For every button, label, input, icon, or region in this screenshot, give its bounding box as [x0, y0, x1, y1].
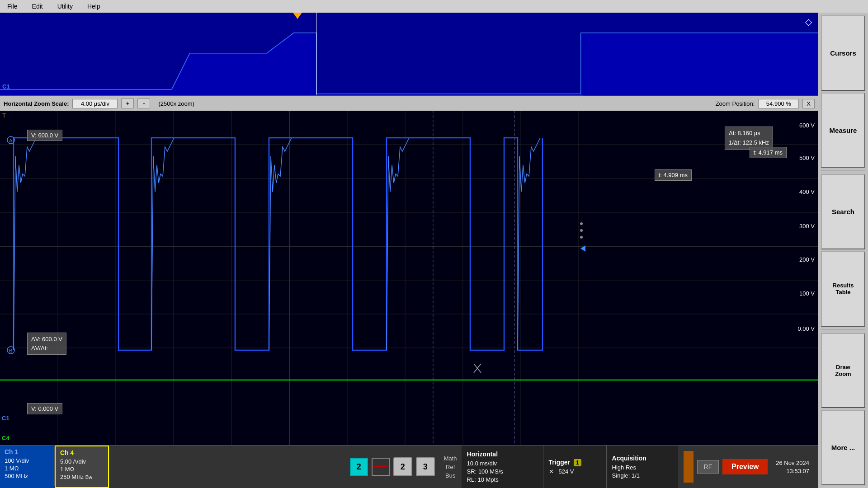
color-bar	[684, 451, 693, 483]
preview-button[interactable]: Preview	[722, 459, 768, 474]
overview-area: ◇ C1	[0, 13, 818, 96]
svg-rect-4	[0, 111, 818, 445]
trigger-symbol-level: ✕ 524 V	[549, 468, 601, 475]
measure-button[interactable]: Measure	[821, 93, 865, 168]
ch1-status: Ch 1 100 V/div 1 MΩ 500 MHz	[0, 446, 54, 488]
num-btn-2[interactable]: 2	[393, 457, 412, 476]
waveform-grid: A B ⊤	[0, 111, 818, 445]
ch4-status: Ch 4 5.00 A/div 1 MΩ 250 MHz Bw	[55, 446, 109, 488]
menu-bar: File Edit Utility Help	[0, 0, 868, 13]
v-scale-400: 400 V	[799, 188, 815, 195]
waveform-area: A B ⊤ V: 600.0 V Δt: 8.16	[0, 111, 818, 445]
datetime-box: 26 Nov 2024 13:53:07	[771, 460, 814, 474]
ch4-waveform-label: C4	[2, 435, 9, 441]
svg-point-36	[580, 236, 583, 239]
menu-help[interactable]: Help	[85, 2, 103, 11]
trigger-number: 1	[574, 459, 581, 466]
rf-button[interactable]: RF	[697, 460, 719, 474]
rf-preview-area: RF Preview 26 Nov 2024 13:53:07	[679, 446, 818, 488]
rp-divider-1	[821, 170, 865, 171]
num-btn-3[interactable]: 3	[416, 457, 435, 476]
svg-text:A: A	[9, 138, 13, 143]
right-panel: Cursors Measure Search ResultsTable Draw…	[818, 13, 868, 488]
channel-3-indicator	[372, 458, 390, 476]
search-button[interactable]: Search	[821, 174, 865, 249]
zoom-scale-label: Horizontal Zoom Scale:	[4, 100, 69, 107]
ch1-name: Ch 1	[5, 448, 50, 455]
ch1-overview-label: C1	[2, 83, 10, 90]
status-spacer	[109, 446, 345, 488]
v-scale-500: 500 V	[799, 155, 815, 161]
v-scale-200: 200 V	[799, 256, 815, 263]
horizontal-status: Horizontal 10.0 ms/div SR: 100 MS/s RL: …	[462, 446, 543, 488]
trigger-status: Trigger 1 ✕ 524 V	[543, 446, 606, 488]
acquisition-title: Acquisition	[612, 455, 673, 462]
acquisition-mode: High Res	[612, 464, 673, 471]
horizontal-rl: RL: 10 Mpts	[467, 476, 538, 483]
menu-file[interactable]: File	[5, 2, 20, 11]
math-ref-bus-area: Math Ref Bus	[439, 446, 462, 488]
zoom-info-text: (2500x zoom)	[158, 100, 194, 107]
ch1-waveform-label: C1	[2, 415, 9, 422]
voltage-top-label: V: 600.0 V	[27, 130, 62, 141]
ch1-bandwidth: 500 MHz	[5, 473, 50, 479]
zoom-close-btn[interactable]: X	[802, 99, 815, 108]
svg-point-34	[580, 222, 583, 225]
zoom-position-label: Zoom Position:	[716, 100, 755, 107]
ch4-bandwidth: 250 MHz Bw	[60, 474, 104, 480]
trigger-marker-overview	[293, 13, 302, 19]
horizontal-timebase: 10.0 ms/div	[467, 460, 538, 467]
horizontal-sr: SR: 100 MS/s	[467, 468, 538, 475]
menu-utility[interactable]: Utility	[55, 2, 75, 11]
cursor-t1-box: t: 4.917 ms	[750, 147, 787, 158]
svg-point-35	[580, 229, 583, 232]
date-display: 26 Nov 2024	[776, 460, 809, 466]
voltage-bottom-label: V: 0.000 V	[27, 403, 62, 414]
v-scale-0: 0.00 V	[797, 325, 815, 332]
cursor-dt-box: Δt: 8.160 µs 1/Δt: 122.5 kHz	[725, 127, 773, 150]
more-button[interactable]: More ...	[821, 410, 865, 485]
ch4-name: Ch 4	[60, 449, 104, 456]
ref-label[interactable]: Ref	[446, 464, 455, 470]
time-display: 13:53:07	[786, 468, 809, 474]
num-btns-area: 2 2 3	[345, 446, 439, 488]
zoom-minus-btn[interactable]: -	[137, 99, 150, 108]
acquisition-status: Acquisition High Res Single: 1/1	[606, 446, 679, 488]
v-scale-300: 300 V	[799, 223, 815, 230]
svg-text:⊤: ⊤	[1, 112, 7, 119]
bus-label[interactable]: Bus	[445, 472, 455, 479]
cursor-t2-box: t: 4.909 ms	[655, 169, 692, 181]
status-bar: Ch 1 100 V/div 1 MΩ 500 MHz Ch 4 5.00 A/…	[0, 445, 818, 488]
zoom-bar: Horizontal Zoom Scale: 4.00 µs/div + - (…	[0, 96, 818, 111]
math-label[interactable]: Math	[444, 455, 457, 462]
svg-text:B: B	[9, 348, 12, 353]
zoom-overview-icon[interactable]: ◇	[805, 16, 812, 27]
zoom-scale-value[interactable]: 4.00 µs/div	[72, 99, 118, 108]
ch1-vdiv: 100 V/div	[5, 457, 50, 464]
results-table-button[interactable]: ResultsTable	[821, 251, 865, 327]
rp-divider-2	[821, 329, 865, 330]
scope-area: ◇ C1 Horizontal Zoom Scale: 4.00 µs/div …	[0, 13, 818, 488]
delta-v-box: ΔV: 600.0 V ΔV/Δt:	[27, 333, 66, 355]
horizontal-title: Horizontal	[467, 450, 538, 458]
ch1-impedance: 1 MΩ	[5, 465, 50, 472]
zoom-plus-btn[interactable]: +	[121, 99, 134, 108]
acquisition-sequence: Single: 1/1	[612, 472, 673, 479]
main-layout: ◇ C1 Horizontal Zoom Scale: 4.00 µs/div …	[0, 13, 868, 488]
channel-2-indicator: 2	[350, 458, 368, 476]
menu-edit[interactable]: Edit	[29, 2, 46, 11]
v-scale-100: 100 V	[799, 290, 815, 297]
draw-zoom-button[interactable]: DrawZoom	[821, 333, 865, 408]
trigger-title: Trigger	[549, 459, 570, 466]
v-scale-600: 600 V	[799, 122, 815, 129]
ch4-vdiv: 5.00 A/div	[60, 458, 104, 465]
cursors-button[interactable]: Cursors	[821, 15, 865, 91]
zoom-position-value[interactable]: 54.900 %	[758, 99, 799, 108]
ch4-impedance: 1 MΩ	[60, 466, 104, 473]
